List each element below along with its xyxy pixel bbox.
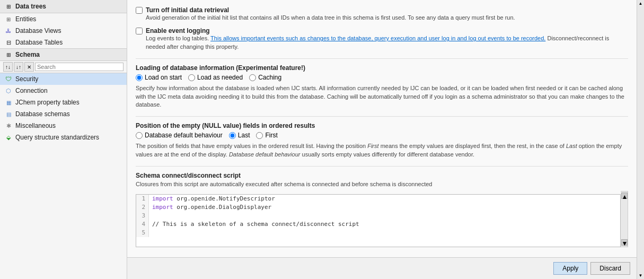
sidebar-item-label: Database schemas [15,110,70,118]
turn-off-initial-checkbox[interactable] [136,7,143,14]
turn-off-initial-desc: Avoid generation of the initial hit list… [146,14,515,22]
sidebar-header: ⊞ Data trees [0,0,127,13]
sidebar-item-database-tables[interactable]: ⊟ Database Tables [0,37,127,48]
schema-items-list: 🛡 Security ⬡ Connection ▦ JChem property… [0,73,127,279]
code-line-3: 3 [136,212,620,220]
schema-header: ⊞ Schema [0,48,127,61]
discard-button[interactable]: Discard [590,262,630,275]
radio-load-on-start-input[interactable] [136,74,143,81]
loading-title: Loading of database information (Experim… [136,64,628,72]
sort-desc-btn[interactable]: ↓↑ [14,62,23,72]
line-content-2: import org.openide.DialogDisplayer [149,203,271,212]
editor-scroll-down[interactable]: ▼ [621,239,628,246]
sidebar-header-label: Data trees [15,3,46,10]
line-num-2: 2 [136,203,149,212]
line-content-5 [149,229,152,237]
scroll-down-btn[interactable]: ▼ [638,272,644,279]
footer-bar: Apply Discard [127,257,637,279]
database-views-icon: 🖧 [4,27,13,35]
sidebar-item-connection[interactable]: ⬡ Connection [0,85,127,97]
event-desc-link: This allows important events such as cha… [210,35,545,41]
schema-icon: ⊞ [4,50,13,59]
radio-load-as-needed-input[interactable] [188,74,195,81]
sidebar-item-label: Query structure standardizers [15,134,99,141]
sidebar-item-label: Entities [15,15,36,23]
main-scrollbar[interactable]: ▲ ▼ [637,0,644,279]
radio-last[interactable]: Last [229,132,250,139]
main-content: Turn off initial data retrieval Avoid ge… [127,0,637,279]
misc-icon: ✱ [4,121,13,130]
schema-header-label: Schema [15,51,40,58]
jchem-icon: ▦ [4,98,13,107]
apply-button[interactable]: Apply [553,262,587,275]
first-italic: First [367,143,378,149]
radio-load-as-needed[interactable]: Load as needed [188,74,243,81]
database-tables-icon: ⊟ [4,38,13,47]
db-default-italic: Database default behaviour [229,151,301,158]
radio-db-default-input[interactable] [136,132,143,139]
code-line-2: 2 import org.openide.DialogDisplayer [136,203,620,212]
loading-radio-group: Load on start Load as needed Caching [136,74,628,81]
radio-first-label: First [265,132,277,139]
line-num-5: 5 [136,229,149,237]
radio-last-input[interactable] [229,132,236,139]
radio-db-default[interactable]: Database default behaviour [136,132,223,139]
code-editor[interactable]: 1 import org.openide.NotifyDescriptor 2 … [136,194,621,247]
null-position-radio-group: Database default behaviour Last First [136,132,628,139]
radio-caching[interactable]: Caching [249,74,281,81]
loading-section: Loading of database information (Experim… [136,64,628,109]
sidebar-item-database-schemas[interactable]: ▤ Database schemas [0,108,127,120]
sidebar-item-jchem-property[interactable]: ▦ JChem property tables [0,97,127,108]
radio-first-input[interactable] [256,132,263,139]
null-position-section: Position of the empty (NULL value) field… [136,122,628,159]
radio-caching-input[interactable] [249,74,256,81]
scroll-up-btn[interactable]: ▲ [638,0,644,7]
sidebar-item-label: Miscellaneous [15,122,56,129]
db-schemas-icon: ▤ [4,110,13,118]
line-content-4: // This is a skeleton of a schema connec… [149,220,359,229]
sort-asc-btn[interactable]: ↑↓ [3,62,13,72]
enable-event-title: Enable event logging [146,27,210,34]
shield-icon: 🛡 [4,75,13,83]
editor-scroll-up[interactable]: ▲ [621,193,628,199]
code-line-1: 1 import org.openide.NotifyDescriptor [136,195,620,203]
enable-event-checkbox[interactable] [136,28,143,34]
radio-load-on-start[interactable]: Load on start [136,74,182,81]
script-section: Schema connect/disconnect script Closure… [136,172,628,247]
connection-icon: ⬡ [4,86,13,95]
line-num-4: 4 [136,220,149,229]
sidebar-item-entities[interactable]: ⊞ Entities [0,13,127,25]
divider-3 [136,166,628,167]
code-line-4: 4 // This is a skeleton of a schema conn… [136,220,620,229]
script-desc: Closures from this script are automatica… [136,180,628,188]
turn-off-initial-title: Turn off initial data retrieval [146,6,229,14]
code-line-5: 5 [136,229,620,237]
sidebar-item-database-views[interactable]: 🖧 Database Views [0,25,127,37]
null-position-desc: The position of fields that have empty v… [136,142,628,159]
radio-load-as-needed-label: Load as needed [197,74,243,81]
line-content-1: import org.openide.NotifyDescriptor [149,195,275,203]
entities-icon: ⊞ [4,15,13,23]
sidebar-item-label: Security [15,75,38,83]
null-position-title: Position of the empty (NULL value) field… [136,122,628,129]
line-num-3: 3 [136,212,149,220]
radio-caching-label: Caching [258,74,281,81]
line-content-3 [149,212,152,220]
enable-event-desc: Log events to log tables. This allows im… [146,34,628,51]
script-title: Schema connect/disconnect script [136,172,628,179]
sidebar-item-query-structure[interactable]: ⬙ Query structure standardizers [0,132,127,143]
divider-2 [136,116,628,117]
clear-btn[interactable]: ✕ [24,62,34,72]
search-input[interactable] [35,63,123,71]
query-icon: ⬙ [4,133,13,142]
radio-first[interactable]: First [256,132,277,139]
radio-last-label: Last [238,132,250,139]
divider-1 [136,58,628,59]
radio-load-on-start-label: Load on start [145,74,182,81]
sidebar-item-label: Database Tables [15,39,63,46]
sidebar-item-miscellaneous[interactable]: ✱ Miscellaneous [0,120,127,132]
sidebar-item-label: JChem property tables [15,99,80,106]
radio-db-default-label: Database default behaviour [145,132,223,139]
sidebar-item-security[interactable]: 🛡 Security [0,73,127,85]
sidebar-item-label: Connection [15,87,48,94]
